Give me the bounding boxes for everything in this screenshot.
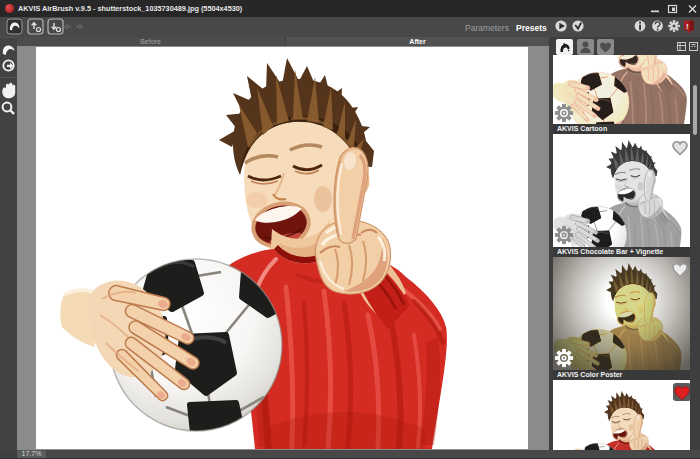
svg-text:!: ! xyxy=(686,22,689,31)
